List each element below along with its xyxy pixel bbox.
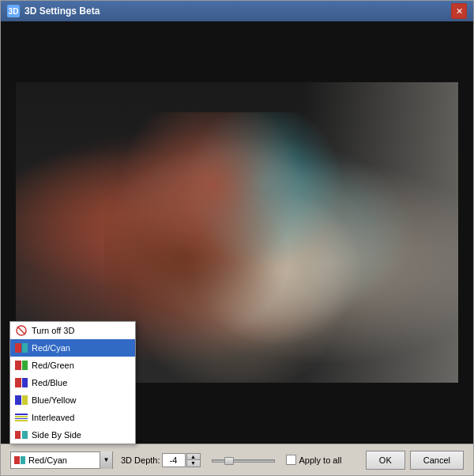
menu-item-redblue[interactable]: Red/Blue (10, 374, 135, 391)
depth-controls: 3D Depth: -4 ▲ ▼ (121, 453, 201, 467)
window: 3D 3D Settings Beta ✕ Turn off 3D (0, 0, 474, 476)
ok-button[interactable]: OK (366, 451, 405, 470)
spin-up-button[interactable]: ▲ (187, 454, 200, 461)
spin-down-button[interactable]: ▼ (187, 460, 200, 467)
no-3d-icon (15, 325, 28, 336)
depth-value[interactable]: -4 (162, 453, 186, 467)
depth-slider-wrapper (212, 458, 275, 463)
title-bar-left: 3D 3D Settings Beta (7, 5, 100, 17)
apply-to-all-area: Apply to all (286, 455, 342, 465)
menu-item-turnoff[interactable]: Turn off 3D (10, 322, 135, 339)
dropdown-menu: Turn off 3D Red/Cyan Red/Green Red/Blue (9, 321, 136, 444)
app-icon: 3D (7, 5, 20, 17)
menu-item-sidebyside[interactable]: Side By Side (10, 426, 135, 444)
controls-panel: Red/Cyan ▼ 3D Depth: -4 ▲ ▼ Apply to all (1, 444, 473, 475)
slider-thumb[interactable] (224, 457, 234, 465)
depth-spinner: ▲ ▼ (186, 453, 201, 467)
apply-to-all-label: Apply to all (299, 455, 342, 465)
menu-item-redcyan[interactable]: Red/Cyan (10, 339, 135, 357)
dropdown-selected-text: Red/Cyan (28, 455, 96, 465)
red-blue-icon (15, 378, 28, 387)
depth-slider[interactable] (212, 459, 275, 463)
mode-dropdown-wrapper: Red/Cyan ▼ (10, 451, 113, 469)
title-bar: 3D 3D Settings Beta ✕ (1, 1, 473, 21)
dropdown-mode-icon (14, 456, 25, 464)
action-buttons: OK Cancel (366, 451, 464, 470)
depth-label: 3D Depth: (121, 455, 160, 465)
svg-line-1 (17, 327, 25, 334)
menu-item-interleaved[interactable]: Interleaved (10, 409, 135, 426)
side-by-side-icon (15, 431, 28, 439)
menu-item-blueyellow[interactable]: Blue/Yellow (10, 391, 135, 409)
blue-yellow-icon (15, 395, 28, 405)
close-button[interactable]: ✕ (451, 3, 467, 19)
mode-dropdown[interactable]: Red/Cyan ▼ (10, 451, 113, 469)
dropdown-arrow-icon: ▼ (100, 451, 112, 469)
apply-to-all-checkbox[interactable] (286, 455, 296, 465)
window-title: 3D Settings Beta (24, 6, 100, 17)
red-cyan-icon (15, 343, 28, 353)
menu-item-redgreen[interactable]: Red/Green (10, 357, 135, 374)
cancel-button[interactable]: Cancel (410, 451, 464, 470)
interleaved-icon (15, 414, 28, 421)
red-green-icon (15, 361, 28, 370)
